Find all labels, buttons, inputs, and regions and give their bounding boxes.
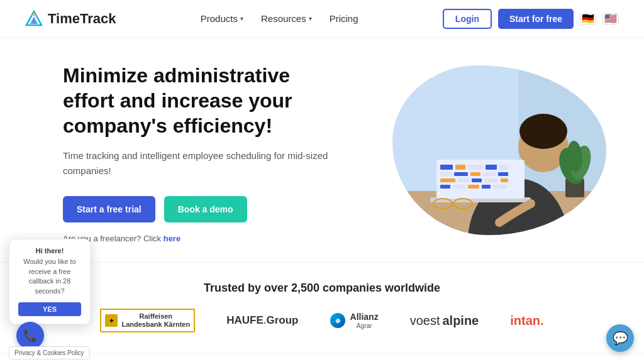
login-button[interactable]: Login	[443, 9, 492, 29]
hero-text: Minimize administrative effort and incre…	[63, 63, 340, 243]
svg-rect-28	[468, 185, 479, 189]
logo-icon	[25, 10, 43, 28]
svg-rect-15	[499, 165, 508, 170]
svg-rect-21	[440, 178, 455, 182]
svg-rect-11	[440, 165, 453, 170]
voestalpine-logo: voestalpine	[410, 314, 479, 328]
freelancer-text: Are you a freelancer? Click here	[63, 234, 340, 243]
hero-image-shape	[392, 65, 606, 235]
allianz-icon: ⊕	[330, 313, 345, 328]
free-trial-button[interactable]: Start a free trial	[63, 196, 155, 222]
svg-rect-17	[454, 172, 468, 176]
chat-body: Would you like to receive a free callbac…	[18, 257, 81, 296]
svg-rect-29	[482, 185, 491, 189]
svg-rect-26	[440, 185, 450, 189]
svg-rect-25	[501, 178, 508, 182]
svg-rect-20	[498, 172, 508, 176]
start-for-free-button[interactable]: Start for free	[498, 9, 574, 29]
svg-rect-27	[453, 185, 465, 189]
nav-pricing[interactable]: Pricing	[330, 13, 358, 24]
book-demo-button[interactable]: Book a demo	[164, 196, 247, 222]
hero-subtitle: Time tracking and intelligent employee s…	[63, 148, 340, 178]
raiffeisen-icon: ✦	[105, 314, 118, 327]
svg-rect-30	[493, 185, 507, 189]
chat-icon: 💬	[613, 331, 628, 346]
nav-links: Products ▾ Resources ▾ Pricing	[201, 13, 358, 24]
chevron-down-icon: ▾	[240, 15, 243, 22]
svg-point-8	[519, 114, 567, 149]
company-logos-row: ✦ RaiffeisenLandesbank Kärnten HAUFE.Gro…	[25, 309, 619, 332]
nav-products[interactable]: Products ▾	[201, 13, 243, 24]
brand-name: TimeTrack	[48, 11, 116, 27]
chatbot-button[interactable]: 💬	[606, 324, 634, 352]
raiffeisen-logo: ✦ RaiffeisenLandesbank Kärnten	[100, 309, 195, 332]
hero-title: Minimize administrative effort and incre…	[63, 63, 340, 138]
allianz-logo: ⊕ Allianz Agrar	[330, 312, 379, 330]
us-flag[interactable]: 🇺🇸	[602, 13, 619, 25]
phone-button[interactable]: 📞	[16, 322, 44, 349]
svg-rect-18	[470, 172, 480, 176]
section-divider-2	[0, 353, 644, 354]
svg-rect-14	[486, 165, 497, 170]
hero-buttons: Start a free trial Book a demo	[63, 196, 340, 222]
section-divider	[0, 262, 644, 263]
svg-rect-24	[484, 178, 498, 182]
phone-icon: 📞	[23, 329, 37, 343]
svg-rect-19	[483, 172, 496, 176]
hero-section: Minimize administrative effort and incre…	[0, 38, 644, 256]
svg-rect-22	[458, 178, 469, 182]
freelancer-link[interactable]: here	[164, 234, 180, 243]
hero-illustration	[392, 65, 606, 235]
navbar: TimeTrack Products ▾ Resources ▾ Pricing…	[0, 0, 644, 38]
nav-resources[interactable]: Resources ▾	[261, 13, 312, 24]
svg-rect-13	[468, 165, 483, 170]
haufe-logo: HAUFE.Group	[226, 314, 298, 327]
logo[interactable]: TimeTrack	[25, 10, 116, 28]
trusted-section: Trusted by over 2,500 companies worldwid…	[0, 269, 644, 342]
svg-rect-16	[440, 172, 452, 176]
chat-yes-button[interactable]: YES	[18, 302, 81, 316]
hero-image	[380, 65, 619, 241]
chat-widget: Hi there! Would you like to receive a fr…	[9, 239, 91, 324]
nav-actions: Login Start for free 🇩🇪 🇺🇸	[443, 9, 619, 29]
svg-rect-23	[472, 178, 482, 182]
chevron-down-icon: ▾	[309, 15, 312, 22]
trusted-title: Trusted by over 2,500 companies worldwid…	[25, 282, 619, 295]
chat-greeting: Hi there!	[18, 247, 81, 255]
svg-rect-12	[455, 165, 465, 170]
privacy-badge[interactable]: Privacy & Cookies Policy	[9, 346, 90, 359]
intan-logo: intan.	[510, 314, 543, 328]
german-flag[interactable]: 🇩🇪	[580, 13, 596, 25]
